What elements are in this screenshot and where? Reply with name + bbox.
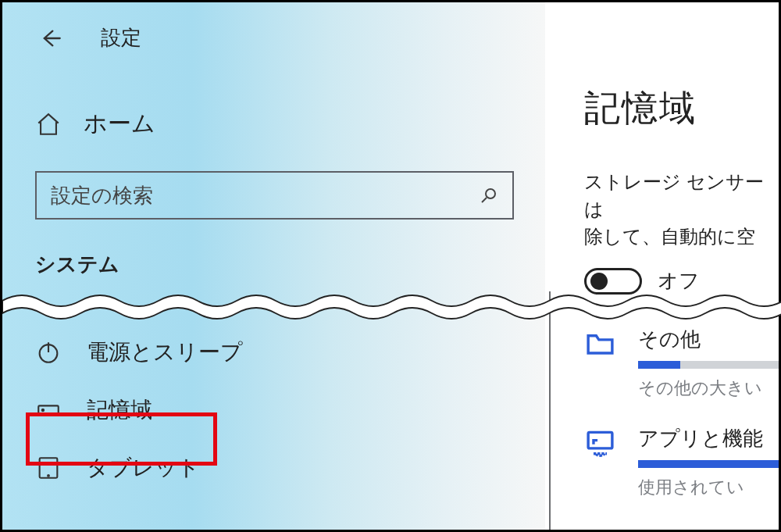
- main-pane: 記憶域 ストレージ センサーは 除して、自動的に空 オフ その他 その他の大きい: [584, 2, 779, 530]
- nav-label: 記憶域: [87, 395, 152, 425]
- settings-window: 設定 ホーム システム 電源とスリープ: [0, 0, 781, 532]
- back-icon[interactable]: [40, 27, 62, 49]
- category-body: アプリと機能 使用されてい: [638, 425, 779, 499]
- category-bar: [638, 460, 779, 468]
- category-body: その他 その他の大きい: [638, 326, 779, 400]
- svg-point-5: [48, 475, 49, 477]
- sidebar-item-tablet[interactable]: タブレット: [2, 439, 545, 497]
- storage-sense-toggle-row: オフ: [584, 267, 779, 295]
- search-input[interactable]: [51, 184, 480, 208]
- monitor-icon: [584, 425, 616, 461]
- page-title: 記憶域: [584, 84, 779, 133]
- svg-rect-6: [588, 433, 612, 449]
- window-title: 設定: [101, 24, 141, 52]
- power-icon: [35, 339, 62, 366]
- category-other[interactable]: その他 その他の大きい: [584, 326, 779, 400]
- category-bar-fill: [638, 361, 680, 369]
- sidebar-nav: 電源とスリープ 記憶域 タブレット: [2, 323, 545, 497]
- folder-icon: [584, 326, 616, 362]
- nav-label: タブレット: [87, 453, 200, 483]
- svg-point-3: [42, 409, 44, 411]
- sidebar-item-power[interactable]: 電源とスリープ: [2, 323, 545, 381]
- storage-sense-description: ストレージ センサーは 除して、自動的に空: [584, 169, 779, 250]
- category-title: アプリと機能: [638, 425, 779, 452]
- category-bar-fill: [638, 460, 779, 468]
- category-apps[interactable]: アプリと機能 使用されてい: [584, 425, 779, 499]
- storage-sense-toggle[interactable]: [584, 268, 642, 295]
- search-input-wrapper[interactable]: [35, 171, 514, 220]
- svg-point-0: [486, 189, 495, 198]
- sidebar-item-storage[interactable]: 記憶域: [2, 381, 545, 439]
- sidebar-item-home[interactable]: ホーム: [2, 108, 545, 140]
- category-sub: 使用されてい: [638, 476, 779, 499]
- home-label: ホーム: [84, 108, 155, 140]
- toggle-knob: [590, 273, 608, 290]
- category-title: その他: [638, 326, 779, 353]
- nav-label: 電源とスリープ: [87, 337, 243, 367]
- vertical-divider: [549, 291, 551, 530]
- sidebar-section-label: システム: [2, 251, 545, 278]
- toggle-label: オフ: [658, 267, 700, 295]
- titlebar: 設定: [2, 2, 545, 52]
- category-sub: その他の大きい: [638, 377, 779, 400]
- category-bar: [638, 361, 779, 369]
- storage-icon: [35, 397, 62, 423]
- sidebar: 設定 ホーム システム 電源とスリープ: [2, 2, 545, 530]
- home-icon: [35, 111, 62, 137]
- tablet-icon: [35, 455, 62, 481]
- search-icon: [480, 186, 498, 205]
